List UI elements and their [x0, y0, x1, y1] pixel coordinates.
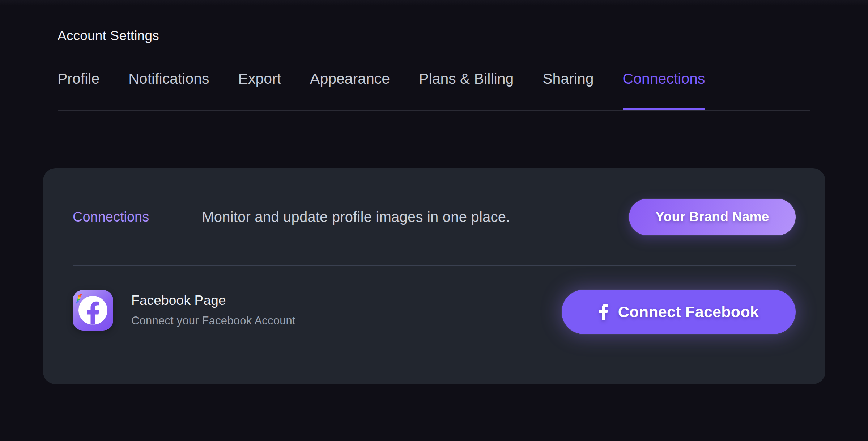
connections-panel-header: Connections Monitor and update profile i…	[73, 168, 796, 265]
connect-facebook-button[interactable]: Connect Facebook	[562, 290, 796, 334]
connections-section-label: Connections	[73, 210, 149, 224]
tab-sharing[interactable]: Sharing	[542, 71, 593, 110]
connections-panel: Connections Monitor and update profile i…	[43, 168, 825, 384]
integration-name: Facebook Page	[131, 294, 295, 307]
page-title: Account Settings	[58, 29, 868, 42]
tab-plans-billing[interactable]: Plans & Billing	[419, 71, 514, 110]
facebook-f-icon	[599, 303, 609, 321]
brand-name-button[interactable]: Your Brand Name	[629, 199, 796, 235]
settings-tab-bar: Profile Notifications Export Appearance …	[58, 71, 810, 111]
brand-name-button-label: Your Brand Name	[655, 209, 769, 224]
tab-export[interactable]: Export	[238, 71, 281, 110]
parrot-emoji-icon	[75, 293, 84, 304]
facebook-app-icon	[73, 290, 113, 331]
facebook-integration-row: Facebook Page Connect your Facebook Acco…	[73, 266, 796, 384]
connect-facebook-button-label: Connect Facebook	[618, 303, 759, 321]
tab-notifications[interactable]: Notifications	[128, 71, 209, 110]
settings-page: Account Settings Profile Notifications E…	[0, 0, 868, 111]
tab-connections[interactable]: Connections	[623, 71, 705, 110]
tab-profile[interactable]: Profile	[58, 71, 99, 110]
tab-appearance[interactable]: Appearance	[310, 71, 390, 110]
integration-subtitle: Connect your Facebook Account	[131, 315, 295, 326]
facebook-integration-text: Facebook Page Connect your Facebook Acco…	[131, 290, 295, 326]
connections-description: Monitor and update profile images in one…	[202, 210, 510, 224]
